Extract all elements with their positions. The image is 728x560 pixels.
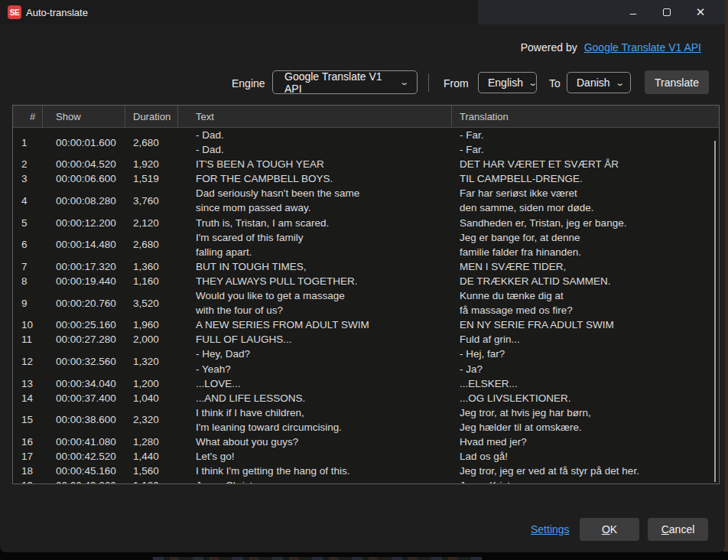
table-row[interactable]: 300:00:06.6001,519FOR THE CAMPBELL BOYS.… — [13, 171, 719, 186]
maximize-icon — [663, 8, 671, 16]
target-language-select[interactable]: Danish ⌄ — [567, 72, 631, 93]
table-row[interactable]: 900:00:20.7603,520Would you like to get … — [13, 288, 719, 317]
table-row[interactable]: 1900:00:49.3601,120Jesus Christ.Jesus Kr… — [13, 478, 719, 484]
chevron-down-icon: ⌄ — [528, 78, 538, 88]
engine-select[interactable]: Google Translate V1 API ⌄ — [272, 70, 418, 94]
column-header-text: Text — [178, 106, 452, 127]
table-row[interactable]: 1600:00:41.0801,280What about you guys?H… — [13, 435, 719, 449]
column-header-show: Show — [43, 106, 125, 127]
table-header: # Show Duration Text Translation — [13, 106, 719, 128]
table-row[interactable]: 700:00:17.3201,360BUT IN TOUGH TIMES,MEN… — [13, 259, 719, 274]
powered-by: Powered by Google Translate V1 API — [521, 41, 701, 54]
subtitle-edit-logo-icon: SE — [8, 5, 21, 19]
window-title: Auto-translate — [26, 0, 88, 24]
controls-divider — [428, 73, 429, 92]
auto-translate-dialog: SE Auto-translate – ✕ Powered by Google … — [0, 0, 725, 552]
ok-button[interactable]: OK — [580, 518, 639, 541]
powered-by-label: Powered by — [521, 41, 577, 54]
to-label: To — [549, 77, 561, 90]
engine-label: Engine — [232, 77, 265, 90]
table-row[interactable]: 100:00:01.6002,680- Dad.- Dad.- Far.- Fa… — [13, 128, 719, 157]
column-header-translation: Translation — [452, 106, 719, 127]
chevron-down-icon: ⌄ — [399, 77, 409, 87]
table-row[interactable]: 400:00:08.2803,760Dad seriously hasn't b… — [13, 186, 719, 215]
table-row[interactable]: 600:00:14.4802,680I'm scared of this fam… — [13, 230, 719, 259]
close-button[interactable]: ✕ — [684, 0, 717, 24]
background-artifact — [153, 557, 482, 560]
column-header-duration: Duration — [125, 106, 178, 127]
translate-button[interactable]: Translate — [645, 70, 709, 94]
from-label: From — [444, 77, 469, 90]
vertical-scrollbar-thumb[interactable] — [714, 141, 716, 482]
table-row[interactable]: 500:00:12.2002,120Truth is, Tristan, I a… — [13, 216, 719, 230]
target-language-value: Danish — [577, 77, 610, 89]
maximize-button[interactable] — [650, 0, 684, 24]
chevron-down-icon: ⌄ — [615, 78, 625, 88]
settings-link[interactable]: Settings — [531, 523, 570, 536]
table-row[interactable]: 1000:00:25.1601,960A NEW SERIES FROM ADU… — [13, 317, 719, 332]
table-row[interactable]: 1300:00:34.0401,200...LOVE......ELSKER..… — [13, 376, 719, 391]
api-link[interactable]: Google Translate V1 API — [584, 41, 701, 54]
table-row[interactable]: 1100:00:27.2802,000FULL OF LAUGHS...Fuld… — [13, 332, 719, 347]
table-row[interactable]: 1400:00:37.4001,040...AND LIFE LESSONS..… — [13, 391, 719, 405]
table-row[interactable]: 1200:00:32.5601,320- Hey, Dad?- Yeah?- H… — [13, 347, 719, 376]
subtitle-table: # Show Duration Text Translation 100:00:… — [12, 105, 720, 484]
title-bar: SE Auto-translate – ✕ — [0, 0, 725, 24]
table-row[interactable]: 1500:00:38.6002,320I think if I have chi… — [13, 405, 719, 435]
source-language-value: English — [488, 77, 523, 89]
table-row[interactable]: 200:00:04.5201,920IT'S BEEN A TOUGH YEAR… — [13, 157, 719, 171]
minimize-button[interactable]: – — [616, 0, 650, 24]
table-row[interactable]: 1700:00:42.5201,440Let's go!Lad os gå! — [13, 449, 719, 464]
column-header-number: # — [13, 106, 43, 127]
engine-selected-value: Google Translate V1 API — [284, 70, 395, 95]
cancel-button[interactable]: Cancel — [648, 518, 708, 541]
source-language-select[interactable]: English ⌄ — [478, 72, 537, 93]
table-body: 100:00:01.6002,680- Dad.- Dad.- Far.- Fa… — [13, 128, 719, 484]
table-row[interactable]: 1800:00:45.1601,560I think I'm getting t… — [13, 464, 719, 478]
table-row[interactable]: 800:00:19.4401,160THEY ALWAYS PULL TOGET… — [13, 274, 719, 288]
window-controls: – ✕ — [616, 0, 717, 24]
